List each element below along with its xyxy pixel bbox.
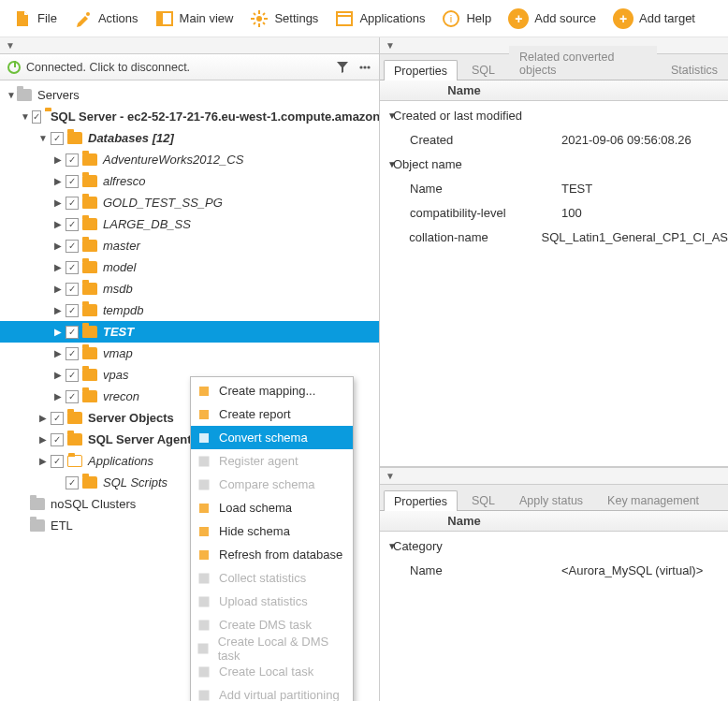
folder-icon — [67, 132, 82, 144]
actions-label: Actions — [98, 11, 138, 25]
applications-menu[interactable]: Applications — [328, 6, 432, 32]
tree-servers[interactable]: ▼ Servers — [0, 84, 379, 106]
prop-group-created[interactable]: ▼ Created or last modified — [380, 103, 728, 127]
ctx-item-icon — [197, 384, 211, 399]
tree-label: TEST — [103, 325, 134, 339]
right-pane: ▼ Properties SQL Related converted objec… — [380, 37, 728, 701]
tree-db-item[interactable]: ▶✓AdventureWorks2012_CS — [0, 149, 379, 170]
tab-properties[interactable]: Properties — [384, 60, 458, 80]
main-view-menu[interactable]: Main view — [148, 6, 241, 32]
tab-sql[interactable]: SQL — [461, 59, 505, 80]
help-menu[interactable]: i Help — [434, 6, 499, 32]
tree-databases[interactable]: ▼ ✓ Databases [12] — [0, 127, 379, 149]
tree-db-item[interactable]: ▶✓model — [0, 256, 379, 278]
tab-sql-bottom[interactable]: SQL — [461, 489, 505, 510]
tree-db-item[interactable]: ▶✓msdb — [0, 278, 379, 299]
ctx-item[interactable]: Load schema — [191, 496, 353, 519]
tree-label: alfresco — [103, 174, 146, 188]
prop-group-object[interactable]: ▼ Object name — [380, 152, 728, 176]
prop-group-category[interactable]: ▼ Category — [380, 533, 728, 558]
ctx-item-icon — [197, 501, 211, 516]
tree-db-item[interactable]: ▶✓alfresco — [0, 170, 379, 192]
tree-label: model — [103, 260, 136, 274]
tree-db-item[interactable]: ▶✓master — [0, 235, 379, 256]
checkbox[interactable]: ✓ — [66, 197, 79, 210]
ctx-item[interactable]: Create report — [191, 402, 353, 426]
ctx-item[interactable]: Create mapping... — [191, 379, 353, 402]
ctx-item-label: Add virtual partitioning — [219, 688, 340, 701]
checkbox[interactable]: ✓ — [32, 110, 41, 124]
tree-db-item[interactable]: ▶✓tempdb — [0, 299, 379, 321]
checkbox[interactable]: ✓ — [51, 412, 64, 425]
tree-label: ETL — [51, 518, 73, 533]
checkbox[interactable]: ✓ — [66, 369, 79, 382]
tree-sqlserver[interactable]: ▼ ✓ SQL Server - ec2-52-17-21-76.eu-west… — [0, 106, 379, 127]
settings-menu[interactable]: Settings — [242, 6, 326, 32]
help-label: Help — [466, 11, 491, 25]
svg-point-16 — [359, 66, 362, 68]
ctx-item-icon — [197, 477, 211, 492]
right-bottom-grip[interactable]: ▼ — [380, 468, 728, 485]
prop-body-top: ▼ Created or last modified Created 2021-… — [380, 101, 728, 466]
svg-rect-31 — [199, 667, 209, 677]
left-pane-grip[interactable]: ▼ — [0, 37, 379, 54]
tree-db-item[interactable]: ▶✓LARGE_DB_SS — [0, 213, 379, 235]
tab-properties-bottom[interactable]: Properties — [384, 490, 458, 511]
ctx-item-icon — [197, 571, 211, 586]
add-source-button[interactable]: + Add source — [501, 5, 604, 33]
checkbox[interactable]: ✓ — [66, 240, 79, 253]
checkbox[interactable]: ✓ — [66, 326, 79, 339]
checkbox[interactable]: ✓ — [66, 390, 79, 403]
tree-db-item[interactable]: ▶✓GOLD_TEST_SS_PG — [0, 192, 379, 213]
tab-related[interactable]: Related converted objects — [509, 46, 657, 80]
checkbox[interactable]: ✓ — [66, 347, 79, 360]
checkbox[interactable]: ✓ — [66, 153, 79, 167]
connection-status[interactable]: Connected. Click to disconnect. — [26, 61, 190, 74]
filter-icon[interactable] — [336, 61, 349, 74]
ctx-item[interactable]: Convert schema — [191, 426, 353, 449]
properties-panel-top: ▼ Properties SQL Related converted objec… — [380, 37, 728, 468]
tree-label: vrecon — [103, 389, 139, 403]
power-icon[interactable] — [7, 61, 21, 74]
add-target-button[interactable]: + Add target — [605, 5, 703, 33]
actions-menu[interactable]: Actions — [66, 6, 146, 32]
checkbox[interactable]: ✓ — [66, 218, 79, 231]
svg-rect-25 — [199, 527, 209, 536]
tab-statistics[interactable]: Statistics — [661, 59, 728, 80]
tree-label: Server Objects — [88, 411, 174, 425]
ctx-item[interactable]: Refresh from database — [191, 543, 353, 566]
checkbox[interactable]: ✓ — [66, 261, 79, 274]
ctx-item-icon — [197, 431, 211, 445]
checkbox[interactable]: ✓ — [51, 132, 64, 145]
tree-db-item[interactable]: ▶✓vmap — [0, 343, 379, 364]
prop-name: Name TEST — [380, 176, 728, 200]
checkbox[interactable]: ✓ — [66, 175, 79, 188]
ctx-item-label: Collect statistics — [219, 571, 306, 585]
server-tree[interactable]: ▼ Servers ▼ ✓ SQL Server - ec2-52-17-21-… — [0, 80, 379, 701]
options-icon[interactable] — [358, 61, 371, 74]
folder-icon — [82, 326, 97, 338]
ctx-item: Add virtual partitioning — [191, 683, 353, 701]
ctx-item-icon — [197, 594, 211, 609]
tab-apply-status[interactable]: Apply status — [509, 489, 593, 510]
left-pane: ▼ Connected. Click to disconnect. ▼ Serv… — [0, 37, 380, 701]
tree-db-item[interactable]: ▶✓TEST — [0, 321, 379, 343]
folder-icon — [82, 304, 97, 316]
ctx-item-label: Load schema — [219, 501, 292, 515]
prop-col-header: Name — [380, 80, 728, 101]
checkbox[interactable]: ✓ — [51, 433, 64, 446]
svg-rect-24 — [199, 504, 209, 513]
svg-rect-20 — [199, 410, 209, 419]
tree-label: vmap — [103, 346, 133, 360]
checkbox[interactable]: ✓ — [66, 476, 79, 489]
ctx-item[interactable]: Hide schema — [191, 519, 353, 543]
svg-rect-26 — [199, 550, 209, 560]
checkbox[interactable]: ✓ — [51, 455, 64, 468]
tab-key-management[interactable]: Key management — [597, 489, 709, 510]
file-menu[interactable]: File — [6, 6, 65, 32]
checkbox[interactable]: ✓ — [66, 283, 79, 296]
checkbox[interactable]: ✓ — [66, 304, 79, 317]
tree-label: msdb — [103, 282, 133, 296]
ctx-item-icon — [197, 454, 211, 469]
ctx-item-icon — [197, 641, 211, 656]
